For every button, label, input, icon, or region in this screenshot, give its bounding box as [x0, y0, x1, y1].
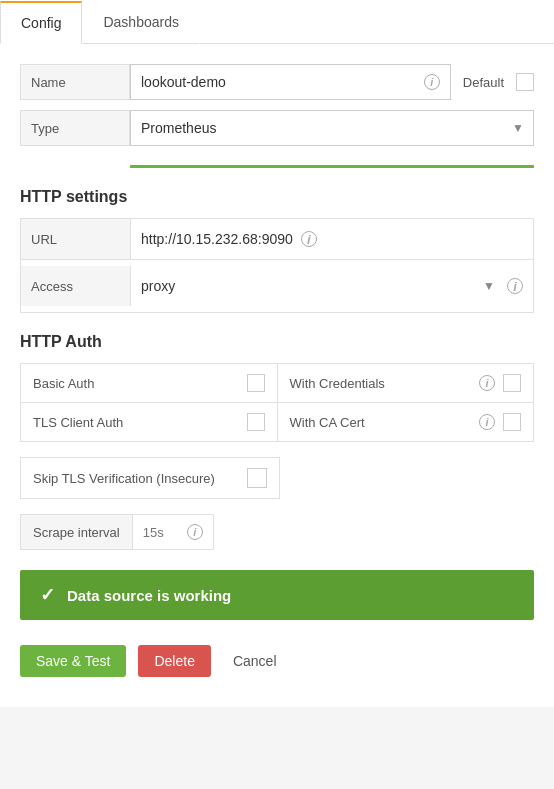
with-credentials-cell: With Credentials i — [278, 364, 534, 402]
with-credentials-info-icon[interactable]: i — [479, 375, 495, 391]
scrape-interval-input-wrap: i — [133, 514, 214, 550]
tab-dashboards[interactable]: Dashboards — [82, 1, 200, 44]
action-buttons: Save & Test Delete Cancel — [20, 640, 534, 677]
access-value: proxy direct ▼ i — [131, 260, 533, 312]
with-ca-cert-info-icon[interactable]: i — [479, 414, 495, 430]
basic-auth-cell: Basic Auth — [21, 364, 278, 402]
tls-client-auth-cell: TLS Client Auth — [21, 403, 278, 441]
access-label: Access — [21, 266, 131, 306]
url-value: http://10.15.232.68:9090 i — [131, 223, 533, 255]
auth-row-2: TLS Client Auth With CA Cert i — [21, 403, 533, 441]
scrape-interval-info-icon[interactable]: i — [187, 524, 203, 540]
skip-tls-checkbox[interactable] — [247, 468, 267, 488]
tab-dashboards-label: Dashboards — [103, 14, 179, 30]
name-input[interactable] — [141, 74, 424, 90]
with-ca-cert-label: With CA Cert — [290, 415, 476, 430]
url-row: URL http://10.15.232.68:9090 i — [21, 219, 533, 260]
skip-tls-row: Skip TLS Verification (Insecure) — [20, 457, 280, 499]
status-banner: ✓ Data source is working — [20, 570, 534, 620]
name-label: Name — [20, 64, 130, 100]
access-row: Access proxy direct ▼ i — [21, 260, 533, 312]
cancel-button[interactable]: Cancel — [223, 645, 287, 677]
name-input-wrapper: i — [130, 64, 451, 100]
default-checkbox[interactable] — [516, 73, 534, 91]
with-ca-cert-checkbox[interactable] — [503, 413, 521, 431]
auth-row-1: Basic Auth With Credentials i — [21, 364, 533, 403]
with-credentials-checkbox[interactable] — [503, 374, 521, 392]
tab-config[interactable]: Config — [0, 1, 82, 44]
with-credentials-label: With Credentials — [290, 376, 476, 391]
tls-client-auth-checkbox[interactable] — [247, 413, 265, 431]
type-select-wrapper: Prometheus ▼ — [130, 110, 534, 146]
type-select[interactable]: Prometheus — [130, 110, 534, 146]
default-label: Default — [451, 67, 516, 98]
tabs-bar: Config Dashboards — [0, 0, 554, 44]
url-info-icon[interactable]: i — [301, 231, 317, 247]
skip-tls-label: Skip TLS Verification (Insecure) — [33, 471, 247, 486]
name-row: Name i Default — [20, 64, 534, 100]
name-info-icon[interactable]: i — [424, 74, 440, 90]
tab-config-label: Config — [21, 15, 61, 31]
type-label: Type — [20, 110, 130, 146]
with-ca-cert-cell: With CA Cert i — [278, 403, 534, 441]
status-text: Data source is working — [67, 587, 231, 604]
scrape-interval-row: Scrape interval i — [20, 514, 534, 550]
access-select[interactable]: proxy direct — [141, 268, 499, 304]
basic-auth-label: Basic Auth — [33, 376, 239, 391]
access-info-icon[interactable]: i — [507, 278, 523, 294]
save-test-button[interactable]: Save & Test — [20, 645, 126, 677]
http-settings-box: URL http://10.15.232.68:9090 i Access pr… — [20, 218, 534, 313]
scrape-interval-label: Scrape interval — [20, 514, 133, 550]
basic-auth-checkbox[interactable] — [247, 374, 265, 392]
type-green-underline — [130, 165, 534, 168]
scrape-interval-input[interactable] — [143, 525, 183, 540]
type-row: Type Prometheus ▼ — [20, 110, 534, 146]
http-auth-header: HTTP Auth — [20, 333, 534, 351]
main-content: Name i Default Type Prometheus ▼ HTTP se… — [0, 44, 554, 707]
url-label: URL — [21, 219, 131, 259]
http-settings-header: HTTP settings — [20, 188, 534, 206]
access-select-wrapper: proxy direct ▼ — [141, 268, 499, 304]
http-auth-box: Basic Auth With Credentials i TLS Client… — [20, 363, 534, 442]
delete-button[interactable]: Delete — [138, 645, 210, 677]
tls-client-auth-label: TLS Client Auth — [33, 415, 239, 430]
status-check-icon: ✓ — [40, 584, 55, 606]
